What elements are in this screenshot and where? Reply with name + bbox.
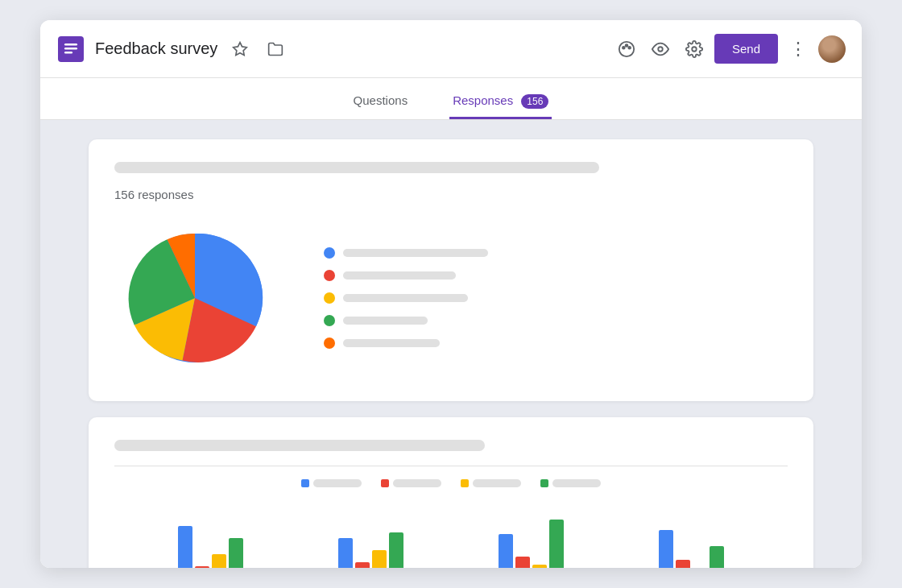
bar-legend-label-green	[552, 479, 601, 487]
bar-3-green	[549, 520, 564, 568]
bar-group-3	[499, 520, 564, 568]
bar-legend	[114, 479, 788, 487]
pie-chart-card: 156 responses	[89, 139, 813, 401]
card-loading-bar-2	[114, 440, 485, 451]
tab-responses[interactable]: Responses 156	[449, 84, 552, 119]
bar-1-yellow	[212, 554, 226, 568]
legend-dot-orange	[324, 337, 335, 349]
svg-rect-3	[64, 52, 72, 54]
svg-point-10	[692, 47, 697, 52]
pie-section	[114, 217, 788, 379]
header: Feedback survey	[40, 20, 862, 78]
more-button[interactable]: ⋮	[784, 34, 812, 64]
bar-legend-dot-red	[381, 479, 389, 487]
bar-chart-section	[114, 479, 788, 568]
tab-questions[interactable]: Questions	[350, 84, 412, 119]
bar-legend-dot-yellow	[461, 479, 469, 487]
legend-bar-blue	[343, 249, 488, 257]
pie-legend	[324, 247, 788, 349]
bar-2-red	[355, 562, 370, 568]
palette-button[interactable]	[613, 35, 640, 63]
bar-legend-green	[540, 479, 601, 487]
bar-legend-dot-green	[540, 479, 548, 487]
preview-button[interactable]	[647, 35, 674, 63]
legend-bar-yellow	[343, 294, 468, 302]
main-content: 156 responses	[40, 120, 862, 568]
star-button[interactable]	[227, 36, 253, 62]
bar-chart	[114, 502, 788, 568]
header-left: Feedback survey	[56, 35, 613, 64]
folder-button[interactable]	[263, 36, 288, 62]
legend-item-orange	[324, 337, 788, 349]
legend-item-red	[324, 270, 788, 281]
legend-bar-orange	[343, 339, 440, 347]
page-title: Feedback survey	[95, 39, 217, 58]
bar-3-blue	[499, 534, 513, 568]
bar-2-yellow	[372, 550, 387, 568]
legend-item-blue	[324, 247, 788, 259]
legend-item-yellow	[324, 292, 788, 304]
bar-chart-card	[89, 417, 813, 568]
header-right: Send ⋮	[613, 34, 846, 64]
svg-rect-1	[64, 43, 77, 46]
bar-4-red	[676, 560, 690, 568]
card-loading-bar-1	[114, 162, 599, 173]
bar-legend-blue	[301, 479, 362, 487]
svg-marker-4	[234, 42, 247, 55]
avatar	[818, 35, 846, 63]
legend-dot-yellow	[324, 292, 335, 304]
bar-1-red	[195, 566, 209, 568]
svg-point-6	[623, 46, 625, 48]
legend-bar-red	[343, 271, 456, 280]
bar-group-2	[338, 532, 403, 568]
bar-legend-yellow	[461, 479, 521, 487]
bar-1-green	[229, 538, 243, 568]
bar-2-blue	[338, 538, 353, 568]
bar-1-blue	[178, 526, 192, 568]
legend-dot-blue	[324, 247, 335, 259]
response-count: 156 responses	[114, 188, 788, 201]
responses-badge: 156	[521, 94, 548, 109]
legend-item-green	[324, 315, 788, 326]
tabs-bar: Questions Responses 156	[40, 78, 862, 120]
legend-bar-green	[343, 317, 428, 325]
legend-dot-red	[324, 270, 335, 281]
svg-point-7	[626, 44, 628, 47]
legend-dot-green	[324, 315, 335, 326]
settings-button[interactable]	[681, 35, 708, 63]
bar-3-yellow	[532, 565, 547, 568]
bar-group-1	[178, 526, 243, 568]
bar-2-green	[389, 532, 403, 568]
bar-legend-label-blue	[313, 479, 362, 487]
bar-4-green	[710, 546, 724, 568]
app-window: Feedback survey	[40, 20, 862, 568]
bar-legend-dot-blue	[301, 479, 309, 487]
svg-rect-2	[64, 48, 77, 50]
bar-legend-label-red	[393, 479, 441, 487]
form-icon	[56, 35, 85, 64]
svg-point-9	[658, 47, 663, 52]
bar-legend-red	[381, 479, 441, 487]
bar-3-red	[515, 557, 530, 568]
send-button[interactable]: Send	[714, 34, 778, 64]
pie-chart	[114, 217, 275, 379]
bar-legend-label-yellow	[473, 479, 521, 487]
svg-point-8	[628, 46, 631, 48]
bar-4-blue	[659, 530, 673, 568]
bar-group-4	[659, 530, 724, 568]
